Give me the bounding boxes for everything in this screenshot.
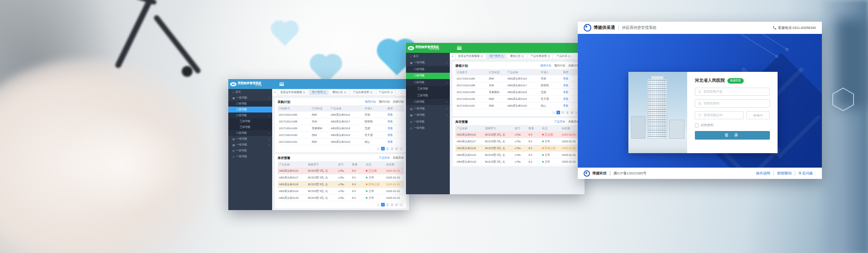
page-button[interactable]: 4 — [395, 203, 398, 206]
page-button[interactable]: 2 — [386, 203, 389, 206]
sidebar-item[interactable]: 三级导航 — [228, 118, 272, 124]
sidebar-item[interactable]: ▣一级导航∧ — [406, 60, 450, 66]
footer-link[interactable]: 常见问题 — [795, 171, 816, 176]
page-button[interactable]: 2 — [561, 111, 565, 114]
tab[interactable]: 通知公告 — [507, 53, 527, 59]
footer-link[interactable]: 操作说明 — [753, 171, 774, 176]
section-link[interactable]: 预约计划 — [554, 64, 565, 68]
tab[interactable]: 用户管理 — [486, 53, 506, 59]
sidebar-item[interactable]: 二级导航∧ — [406, 79, 450, 86]
sidebar-item[interactable]: 三级导航 — [228, 124, 272, 130]
page-button[interactable]: 1 — [381, 147, 385, 150]
tab[interactable]: 通知公告 — [330, 89, 349, 95]
sidebar-item[interactable]: ⚠一级导航 — [228, 154, 272, 159]
page-button[interactable]: 3 — [390, 203, 394, 206]
sidebar-item[interactable]: ⌂首页 — [406, 53, 450, 60]
sidebar-item[interactable]: ⚠一级导航 — [406, 125, 450, 132]
sidebar-item[interactable]: 二级导航∨ — [406, 99, 450, 106]
prev-page-button[interactable]: ‹ — [377, 203, 380, 206]
page-button[interactable]: 3 — [390, 147, 394, 150]
sidebar-item[interactable]: ▦一级导航∨ — [406, 112, 450, 119]
home-icon: ⌂ — [410, 55, 412, 57]
view-link[interactable]: 查看 — [387, 120, 393, 123]
prev-page-button[interactable]: ‹ — [377, 147, 380, 150]
password-field[interactable]: 请填写密码 — [695, 99, 770, 108]
sidebar-item[interactable]: ▤一级导航∨ — [228, 136, 272, 142]
cell: 20171001A188 — [278, 118, 311, 125]
section-title: 采购计划 — [278, 100, 290, 104]
sidebar-item[interactable]: ⊘一级导航 — [228, 148, 272, 154]
view-link[interactable]: 查看 — [387, 141, 393, 143]
view-link[interactable]: 查看 — [387, 134, 393, 136]
page-button[interactable]: 3 — [566, 111, 569, 114]
tab[interactable]: 资质证件效期预警 — [278, 89, 308, 95]
view-link[interactable]: 查看 — [563, 77, 569, 80]
tab[interactable]: 用户管理 — [309, 89, 329, 95]
section-link[interactable]: 领用计划 — [365, 100, 376, 104]
sidebar-item[interactable]: ▤一级导航∨ — [406, 105, 450, 112]
nav-icon: ▣ — [410, 61, 413, 64]
section-link[interactable]: 领用计划 — [540, 64, 551, 68]
tab[interactable]: 产品分类设置 — [350, 89, 375, 95]
sidebar-item-label: 一级导航 — [236, 137, 247, 141]
hamburger-menu-icon[interactable] — [279, 82, 284, 86]
next-page-button[interactable]: › — [399, 147, 403, 150]
username-field[interactable]: 请填写用户名 — [695, 88, 770, 96]
sidebar-item[interactable]: 三级导航 — [406, 92, 450, 99]
page-button[interactable]: 4 — [570, 111, 574, 114]
status-cell: 即将过期 — [541, 145, 561, 152]
section-link[interactable]: 产品库存 — [554, 120, 565, 124]
section-link[interactable]: 高值库存 — [393, 156, 404, 160]
section-link[interactable]: 产品库存 — [379, 156, 390, 160]
sidebar-item[interactable]: ⌂首页 — [228, 89, 272, 95]
stethoscope-chestpiece — [182, 66, 193, 77]
collapse-tabs-icon[interactable]: « — [452, 55, 453, 58]
captcha-question[interactable]: 6+8=? — [746, 111, 770, 119]
sidebar-item[interactable]: 三级导航 — [406, 86, 450, 93]
view-link[interactable]: 查看 — [563, 91, 569, 94]
sidebar-item[interactable]: 二级导航 — [406, 73, 450, 80]
section-link[interactable]: 预约计划 — [379, 100, 390, 104]
footer-link[interactable]: 密钥驱动 — [774, 171, 795, 176]
sidebar-item[interactable]: ▦一级导航∨ — [228, 142, 272, 148]
sidebar-item[interactable]: ⊘一级导航 — [406, 118, 450, 125]
cell: BC533型 5孔, 右 — [307, 168, 337, 174]
view-link[interactable]: 查看 — [563, 98, 569, 100]
slash-icon: ⊘ — [410, 120, 412, 123]
view-link[interactable]: 查看 — [563, 84, 569, 87]
collapse-tabs-icon[interactable]: « — [274, 91, 276, 94]
remember-checkbox[interactable] — [695, 123, 699, 127]
page-button[interactable]: 2 — [386, 147, 389, 150]
view-link[interactable]: 查看 — [387, 113, 393, 116]
sidebar-item[interactable]: 二级导航∨ — [228, 130, 272, 136]
login-button[interactable]: 登 录 — [695, 131, 770, 140]
page-button[interactable]: 1 — [557, 111, 560, 114]
sidebar-item[interactable]: ▣一级导航∧ — [228, 95, 272, 101]
sidebar-item[interactable]: 二级导航 — [406, 66, 450, 73]
view-link[interactable]: 查看 — [563, 104, 569, 107]
captcha-field[interactable]: 请填写验证码 — [695, 111, 744, 119]
cell: BC533型 5孔, 右 — [307, 181, 337, 188]
table-row: 20171001A191内科ABS床头柜0120程心查看 — [278, 139, 404, 145]
section-link[interactable]: 高值计划 — [393, 100, 404, 104]
tab[interactable]: 产品出库 — [554, 53, 574, 59]
column-header: 申请人 — [539, 69, 561, 75]
select-hospital-badge[interactable]: 请选医院 — [727, 78, 744, 84]
prev-page-button[interactable]: ‹ — [552, 111, 556, 114]
next-page-button[interactable]: › — [399, 203, 403, 206]
tab[interactable]: 产品出库 — [376, 89, 396, 95]
page-button[interactable]: 4 — [395, 147, 398, 150]
chevron-down-icon: ∨ — [269, 144, 270, 146]
sidebar-item[interactable]: 二级导航∧ — [228, 112, 272, 118]
column-header: 产品名称 — [455, 125, 484, 131]
sidebar-item[interactable]: 二级导航 — [228, 101, 272, 107]
hamburger-menu-icon[interactable] — [457, 46, 462, 50]
view-link[interactable]: 查看 — [387, 127, 393, 130]
sidebar-item[interactable]: 二级导航 — [228, 107, 272, 112]
cell: 程心 — [539, 103, 561, 109]
tab[interactable]: 产品分类设置 — [528, 53, 553, 59]
page-button[interactable]: 1 — [381, 203, 385, 206]
cell: ABS床头柜0119 — [455, 152, 484, 159]
clinic-tabbar: « 资质证件效期预警用户管理通知公告产品分类设置产品出库 — [450, 53, 585, 60]
tab[interactable]: 资质证件效期预警 — [455, 53, 486, 59]
